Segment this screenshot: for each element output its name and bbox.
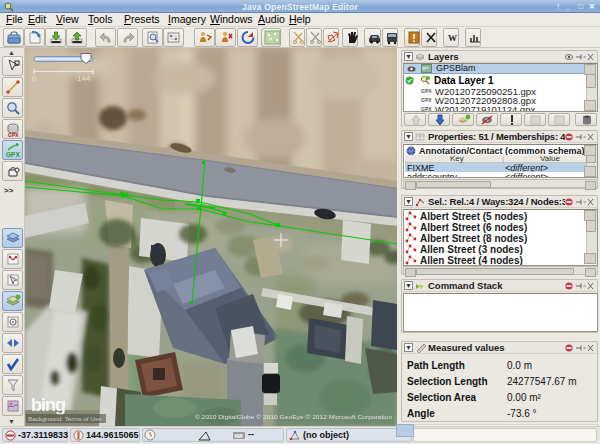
svg-text:GPX: GPX	[8, 132, 19, 138]
svg-text:GPX: GPX	[6, 151, 20, 158]
svg-text:0: 0	[32, 74, 37, 83]
svg-text:bing: bing	[31, 395, 65, 415]
svg-text:NW: NW	[235, 433, 244, 439]
svg-text:© 2010 DigitalGlobe © 2010 Geo: © 2010 DigitalGlobe © 2010 GeoEye © 2012…	[195, 414, 393, 420]
svg-text:W: W	[448, 33, 457, 43]
svg-text:144: 144	[77, 74, 91, 83]
svg-text:Background: Terms of Use: Background: Terms of Use	[28, 417, 102, 422]
